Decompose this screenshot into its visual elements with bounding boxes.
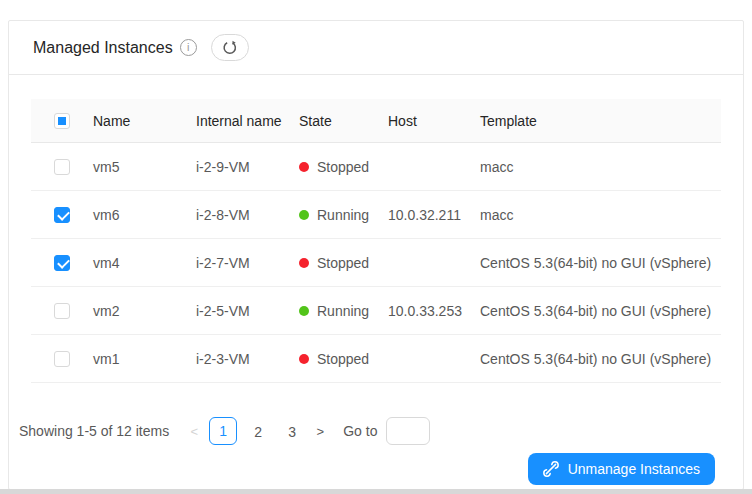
table-body: vm5 i-2-9-VM Stopped macc vm6 i-2-8-VM [31, 143, 721, 383]
state-dot [299, 258, 309, 268]
disconnect-icon [543, 461, 559, 477]
select-all-checkbox[interactable] [54, 113, 70, 129]
page: Managed Instances i Name Internal name S… [0, 0, 752, 494]
cell-internal-name: i-2-9-VM [196, 159, 299, 175]
card-header: Managed Instances i [9, 21, 743, 75]
column-header-state: State [299, 113, 388, 129]
pagination-pages: 123 [205, 417, 309, 445]
row-checkbox-cell [31, 207, 93, 223]
cell-name: vm6 [93, 207, 196, 223]
column-header-internal-name: Internal name [196, 113, 299, 129]
cell-state-label: Running [317, 207, 369, 223]
unmanage-instances-button[interactable]: Unmanage Instances [528, 453, 715, 485]
row-checkbox-cell [31, 303, 93, 319]
state-dot [299, 354, 309, 364]
page-button-1[interactable]: 1 [209, 417, 237, 445]
reload-icon [222, 40, 237, 55]
cell-state: Stopped [299, 351, 388, 367]
goto-page-input[interactable] [386, 417, 430, 445]
column-header-template: Template [480, 113, 721, 129]
row-checkbox[interactable] [54, 159, 70, 175]
prev-page-icon[interactable]: < [183, 424, 205, 439]
cell-name: vm4 [93, 255, 196, 271]
cell-template: CentOS 5.3(64-bit) no GUI (vSphere) [480, 303, 721, 319]
cell-name: vm5 [93, 159, 196, 175]
goto-label: Go to [343, 423, 377, 439]
row-checkbox-cell [31, 255, 93, 271]
cell-internal-name: i-2-5-VM [196, 303, 299, 319]
page-title: Managed Instances [33, 39, 173, 57]
cell-internal-name: i-2-7-VM [196, 255, 299, 271]
refresh-button[interactable] [211, 34, 249, 61]
table-row: vm1 i-2-3-VM Stopped CentOS 5.3(64-bit) … [31, 335, 721, 383]
cell-state-label: Stopped [317, 351, 369, 367]
column-header-host: Host [388, 113, 480, 129]
next-page-icon[interactable]: > [309, 424, 331, 439]
select-all-cell [31, 113, 93, 129]
cell-name: vm1 [93, 351, 196, 367]
cell-internal-name: i-2-3-VM [196, 351, 299, 367]
cell-template: CentOS 5.3(64-bit) no GUI (vSphere) [480, 255, 721, 271]
row-checkbox[interactable] [54, 351, 70, 367]
cell-state: Running [299, 303, 388, 319]
row-checkbox[interactable] [54, 207, 70, 223]
cell-state-label: Stopped [317, 159, 369, 175]
card-footer: Unmanage Instances [31, 453, 721, 485]
table-row: vm5 i-2-9-VM Stopped macc [31, 143, 721, 191]
table-row: vm2 i-2-5-VM Running 10.0.33.253 CentOS … [31, 287, 721, 335]
state-dot [299, 306, 309, 316]
cell-host: 10.0.33.253 [388, 303, 480, 319]
card-body: Name Internal name State Host Template v… [9, 75, 743, 485]
cell-template: CentOS 5.3(64-bit) no GUI (vSphere) [480, 351, 721, 367]
info-icon[interactable]: i [180, 39, 197, 56]
row-checkbox[interactable] [54, 303, 70, 319]
cell-state: Stopped [299, 159, 388, 175]
row-checkbox-cell [31, 351, 93, 367]
managed-instances-card: Managed Instances i Name Internal name S… [8, 20, 744, 490]
cell-internal-name: i-2-8-VM [196, 207, 299, 223]
column-header-name: Name [93, 113, 196, 129]
state-dot [299, 210, 309, 220]
bottom-divider [0, 489, 752, 494]
cell-template: macc [480, 159, 721, 175]
pagination: Showing 1-5 of 12 items < 123 > Go to [19, 416, 721, 446]
table-header-row: Name Internal name State Host Template [31, 99, 721, 143]
table-row: vm4 i-2-7-VM Stopped CentOS 5.3(64-bit) … [31, 239, 721, 287]
page-button-2[interactable]: 2 [245, 418, 271, 444]
table-row: vm6 i-2-8-VM Running 10.0.32.211 macc [31, 191, 721, 239]
cell-state: Running [299, 207, 388, 223]
unmanage-instances-label: Unmanage Instances [568, 461, 700, 477]
row-checkbox-cell [31, 159, 93, 175]
page-button-3[interactable]: 3 [279, 418, 305, 444]
cell-host: 10.0.32.211 [388, 207, 480, 223]
state-dot [299, 162, 309, 172]
pagination-summary: Showing 1-5 of 12 items [19, 423, 169, 439]
cell-state-label: Running [317, 303, 369, 319]
cell-state-label: Stopped [317, 255, 369, 271]
cell-template: macc [480, 207, 721, 223]
cell-name: vm2 [93, 303, 196, 319]
cell-state: Stopped [299, 255, 388, 271]
row-checkbox[interactable] [54, 255, 70, 271]
